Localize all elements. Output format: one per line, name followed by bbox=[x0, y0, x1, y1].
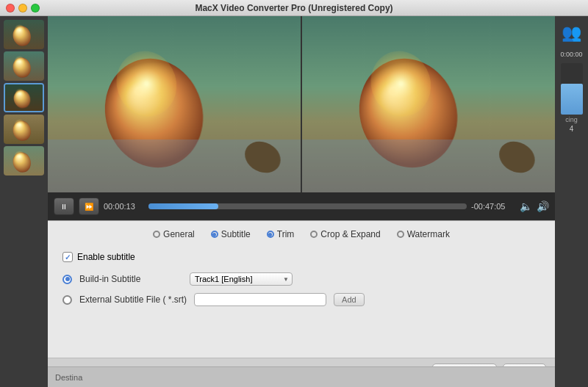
external-subtitle-label: External Subtitle File ( *.srt) bbox=[79, 294, 187, 305]
track-select-wrapper: Track1 [English] bbox=[190, 272, 293, 286]
external-subtitle-input[interactable] bbox=[194, 293, 326, 306]
tab-crop[interactable]: Crop & Expand bbox=[303, 227, 387, 242]
destination-label: Destina bbox=[55, 373, 82, 382]
preview-left bbox=[48, 16, 301, 192]
tab-crop-label: Crop & Expand bbox=[320, 229, 380, 239]
fast-forward-button[interactable]: ⏩ bbox=[79, 198, 99, 215]
playback-bar: ⏸ ⏩ 00:00:13 -00:47:05 🔈 🔊 bbox=[48, 192, 555, 220]
thumbnail-3[interactable] bbox=[4, 83, 44, 112]
track-select[interactable]: Track1 [English] bbox=[190, 272, 293, 286]
thumbnail-1[interactable] bbox=[4, 20, 44, 49]
add-button[interactable]: Add bbox=[334, 293, 365, 306]
maximize-button[interactable] bbox=[31, 4, 40, 12]
close-button[interactable] bbox=[6, 4, 15, 12]
tabs-bar: General Subtitle Trim Crop & Expand bbox=[48, 221, 555, 245]
video-canvas-right bbox=[302, 16, 555, 192]
tab-general[interactable]: General bbox=[146, 227, 202, 242]
progress-fill bbox=[148, 203, 218, 209]
app-title: MacX Video Converter Pro (Unregistered C… bbox=[195, 3, 392, 13]
tab-general-label: General bbox=[163, 229, 195, 239]
thumb-canvas-1 bbox=[4, 20, 44, 49]
minimize-button[interactable] bbox=[18, 4, 27, 12]
builtin-subtitle-row: Build-in Subtitle Track1 [English] bbox=[62, 272, 540, 286]
left-sidebar bbox=[0, 16, 48, 387]
video-canvas-left bbox=[48, 16, 301, 192]
tab-radio-subtitle bbox=[211, 231, 218, 238]
fast-forward-icon: ⏩ bbox=[85, 203, 93, 211]
tab-trim-label: Trim bbox=[277, 229, 295, 239]
tab-radio-trim bbox=[267, 231, 274, 238]
main-layout: ⏸ ⏩ 00:00:13 -00:47:05 🔈 🔊 General bbox=[0, 16, 588, 387]
preview-right bbox=[302, 16, 555, 192]
thumbnail-5[interactable] bbox=[4, 146, 44, 176]
right-sidebar: 👥 0:00:00 cing 4 bbox=[555, 16, 588, 387]
tab-radio-general bbox=[153, 231, 160, 238]
tab-watermark-label: Watermark bbox=[407, 229, 450, 239]
progress-bar[interactable] bbox=[148, 203, 467, 209]
thumb-canvas-5 bbox=[4, 146, 44, 176]
thumbnail-4[interactable] bbox=[4, 115, 44, 144]
enable-subtitle-row: Enable subtitle bbox=[62, 252, 540, 262]
rs-time: 0:00:00 bbox=[560, 51, 582, 58]
speaker-icon[interactable]: 🔊 bbox=[537, 200, 549, 212]
external-subtitle-radio[interactable] bbox=[62, 295, 72, 305]
tab-radio-crop bbox=[310, 231, 318, 238]
center-content: ⏸ ⏩ 00:00:13 -00:47:05 🔈 🔊 General bbox=[48, 16, 555, 387]
subtitle-content: Enable subtitle Build-in Subtitle Track1… bbox=[48, 245, 555, 358]
enable-subtitle-checkbox[interactable] bbox=[62, 252, 73, 262]
tab-radio-watermark bbox=[397, 231, 404, 238]
tab-watermark[interactable]: Watermark bbox=[390, 227, 457, 242]
right-sidebar-content: 0:00:00 cing 4 bbox=[555, 47, 588, 137]
tab-trim[interactable]: Trim bbox=[259, 227, 302, 242]
thumb-canvas-3 bbox=[5, 84, 43, 111]
tab-subtitle-label: Subtitle bbox=[221, 229, 251, 239]
titlebar: MacX Video Converter Pro (Unregistered C… bbox=[0, 0, 588, 16]
external-subtitle-row: External Subtitle File ( *.srt) Add bbox=[62, 293, 540, 306]
destination-bar: Destina bbox=[48, 366, 555, 387]
window-controls bbox=[6, 4, 40, 12]
rs-slider-track[interactable] bbox=[561, 63, 583, 115]
rs-slider-fill bbox=[561, 84, 583, 115]
spacing-value: 4 bbox=[570, 125, 574, 133]
builtin-subtitle-label: Build-in Subtitle bbox=[79, 274, 182, 284]
thumb-canvas-4 bbox=[4, 115, 44, 144]
volume-icon[interactable]: 🔈 bbox=[520, 200, 532, 212]
thumbnail-2[interactable] bbox=[4, 51, 44, 81]
end-time: -00:47:05 bbox=[471, 202, 515, 211]
enable-subtitle-label: Enable subtitle bbox=[77, 252, 135, 262]
current-time: 00:00:13 bbox=[104, 202, 144, 211]
thumb-canvas-2 bbox=[4, 51, 44, 81]
tabs-panel: General Subtitle Trim Crop & Expand bbox=[48, 220, 555, 387]
tab-subtitle[interactable]: Subtitle bbox=[204, 227, 258, 242]
pause-button[interactable]: ⏸ bbox=[54, 198, 74, 215]
spacing-label: cing bbox=[565, 116, 578, 123]
builtin-subtitle-radio[interactable] bbox=[62, 275, 72, 284]
people-icon[interactable]: 👥 bbox=[561, 22, 583, 44]
pause-icon: ⏸ bbox=[60, 203, 68, 211]
video-preview bbox=[48, 16, 555, 192]
